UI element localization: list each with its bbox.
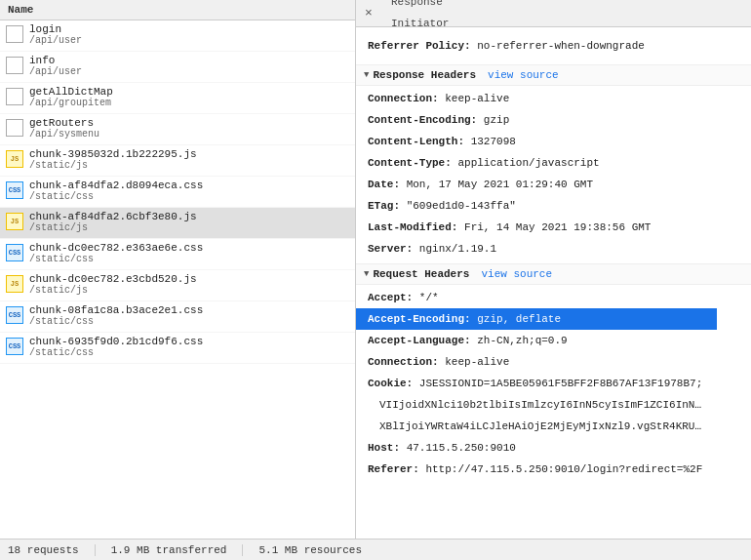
request-header-row: Referer: http://47.115.5.250:9010/login?… — [356, 459, 717, 480]
response-header-row: Connection: keep-alive — [356, 88, 751, 109]
list-item[interactable]: CSSchunk-dc0ec782.e363ae6e.css/static/cs… — [0, 239, 355, 270]
header-key: Connection: — [368, 356, 439, 368]
item-path: /static/js — [29, 160, 197, 171]
response-header-row: Server: nginx/1.19.1 — [356, 238, 751, 260]
request-headers-title: Request Headers — [373, 268, 469, 280]
item-path: /api/user — [29, 35, 82, 46]
header-val: keep-alive — [445, 93, 509, 104]
resources-size: 5.1 MB resources — [258, 544, 377, 556]
left-panel-header: Name — [0, 0, 355, 20]
item-path: /static/css — [29, 191, 203, 202]
header-key: Referer: — [368, 463, 419, 475]
item-path: /api/user — [29, 66, 82, 77]
header-key: Content-Encoding: — [368, 114, 477, 126]
item-name: chunk-3985032d.1b222295.js — [29, 148, 197, 160]
js-icon: JS — [6, 150, 23, 168]
item-name: info — [29, 55, 82, 66]
header-key: Date: — [368, 179, 400, 190]
request-header-row: Accept-Language: zh-CN,zh;q=0.9 — [356, 330, 717, 351]
css-icon: CSS — [6, 244, 23, 261]
header-val: Fri, 14 May 2021 19:38:56 GMT — [464, 221, 651, 233]
request-header-row: Host: 47.115.5.250:9010 — [356, 437, 717, 459]
transferred-size: 1.9 MB transferred — [111, 544, 244, 556]
css-icon: CSS — [6, 181, 23, 199]
close-icon: × — [365, 6, 373, 20]
list-item[interactable]: login/api/user — [0, 20, 355, 52]
header-key: Server: — [368, 243, 413, 255]
list-item[interactable]: getAllDictMap/api/groupitem — [0, 83, 355, 114]
response-header-row: Content-Length: 1327098 — [356, 131, 751, 152]
request-header-row: XBlIjoiYWRtaW4iLCJleHAiOjE2MjEyMjIxNzl9.… — [356, 416, 717, 437]
tabs-bar: × HeadersPreviewResponseInitiatorTimingC… — [356, 0, 751, 27]
response-header-row: Content-Type: application/javascript — [356, 152, 751, 174]
left-panel: Name login/api/userinfo/api/usergetAllDi… — [0, 0, 356, 539]
header-key: Cookie: — [368, 378, 413, 389]
item-name: login — [29, 23, 82, 35]
right-panel: × HeadersPreviewResponseInitiatorTimingC… — [356, 0, 751, 539]
item-name: chunk-dc0ec782.e3cbd520.js — [29, 273, 197, 285]
header-key: Content-Type: — [368, 157, 452, 169]
header-val: nginx/1.19.1 — [419, 243, 496, 255]
header-val: keep-alive — [445, 356, 509, 368]
item-path: /api/sysmenu — [29, 129, 99, 140]
header-val: Mon, 17 May 2021 01:29:40 GMT — [407, 179, 593, 190]
header-val: gzip — [484, 114, 509, 126]
close-button[interactable]: × — [358, 3, 379, 24]
referrer-policy-key: Referrer Policy: — [368, 40, 471, 52]
item-path: /static/css — [29, 254, 203, 264]
css-icon: CSS — [6, 306, 23, 324]
request-header-row: Accept-Encoding: gzip, deflate — [356, 308, 717, 330]
header-val: zh-CN,zh;q=0.9 — [477, 335, 567, 346]
item-path: /api/groupitem — [29, 98, 113, 108]
response-header-row: Content-Encoding: gzip — [356, 109, 751, 131]
blank-icon — [6, 119, 23, 137]
item-name: chunk-dc0ec782.e363ae6e.css — [29, 242, 203, 254]
list-item[interactable]: JSchunk-af84dfa2.6cbf3e80.js/static/js — [0, 208, 355, 239]
response-header-row: ETag: "609ed1d0-143ffa" — [356, 195, 751, 217]
request-headers-list: Accept: */*Accept-Encoding: gzip, deflat… — [356, 287, 751, 480]
list-item[interactable]: JSchunk-dc0ec782.e3cbd520.js/static/js — [0, 270, 355, 301]
response-header-row: Last-Modified: Fri, 14 May 2021 19:38:56… — [356, 217, 751, 238]
referrer-policy-value2: no-referrer-when-downgrade — [477, 40, 645, 52]
name-column-header: Name — [8, 4, 33, 16]
triangle-icon: ▼ — [364, 70, 369, 80]
tab-response[interactable]: Response — [381, 0, 458, 14]
header-key: Accept-Encoding: — [368, 313, 471, 325]
list-item[interactable]: CSSchunk-6935f9d0.2b1cd9f6.css/static/cs… — [0, 333, 355, 364]
blank-icon — [6, 25, 23, 43]
item-path: /static/css — [29, 316, 203, 327]
header-val: "609ed1d0-143ffa" — [407, 200, 516, 212]
header-val: VIIjoidXNlci10b2tlbiIsImlzcyI6InN5cyIsIm… — [368, 399, 708, 411]
request-header-row: Accept: */* — [356, 287, 717, 308]
header-key: Accept: — [368, 292, 413, 303]
response-headers-title: Response Headers — [373, 69, 476, 81]
header-val: JSESSIONID=1A5BE05961F5BFF2F8B67AF13F197… — [419, 378, 702, 389]
header-key: Host: — [368, 442, 400, 454]
request-headers-view-source[interactable]: view source — [481, 268, 552, 280]
response-header-row: Date: Mon, 17 May 2021 01:29:40 GMT — [356, 174, 751, 195]
item-path: /static/js — [29, 222, 197, 233]
js-icon: JS — [6, 213, 23, 230]
header-val: XBlIjoiYWRtaW4iLCJleHAiOjE2MjEyMjIxNzl9.… — [368, 420, 714, 432]
request-header-row: Cookie: JSESSIONID=1A5BE05961F5BFF2F8B67… — [356, 373, 717, 394]
status-bar: 18 requests 1.9 MB transferred 5.1 MB re… — [0, 539, 751, 560]
list-item[interactable]: CSSchunk-af84dfa2.d8094eca.css/static/cs… — [0, 177, 355, 208]
list-item[interactable]: info/api/user — [0, 52, 355, 83]
list-item[interactable]: getRouters/api/sysmenu — [0, 114, 355, 145]
response-headers-view-source[interactable]: view source — [488, 69, 559, 81]
header-val: 47.115.5.250:9010 — [407, 442, 516, 454]
request-headers-section: ▼ Request Headers view source — [356, 263, 751, 285]
blank-icon — [6, 88, 23, 105]
item-path: /static/css — [29, 347, 203, 358]
item-name: chunk-af84dfa2.6cbf3e80.js — [29, 211, 197, 222]
headers-content: Referrer Policy: no-referrer-when-downgr… — [356, 27, 751, 539]
network-list: login/api/userinfo/api/usergetAllDictMap… — [0, 20, 355, 539]
triangle-icon-2: ▼ — [364, 269, 369, 279]
list-item[interactable]: JSchunk-3985032d.1b222295.js/static/js — [0, 145, 355, 177]
header-val: gzip, deflate — [477, 313, 561, 325]
item-name: chunk-af84dfa2.d8094eca.css — [29, 180, 203, 191]
header-key: Accept-Language: — [368, 335, 471, 346]
header-key: Connection: — [368, 93, 439, 104]
list-item[interactable]: CSSchunk-08fa1c8a.b3ace2e1.css/static/cs… — [0, 301, 355, 333]
header-val: */* — [419, 292, 439, 303]
